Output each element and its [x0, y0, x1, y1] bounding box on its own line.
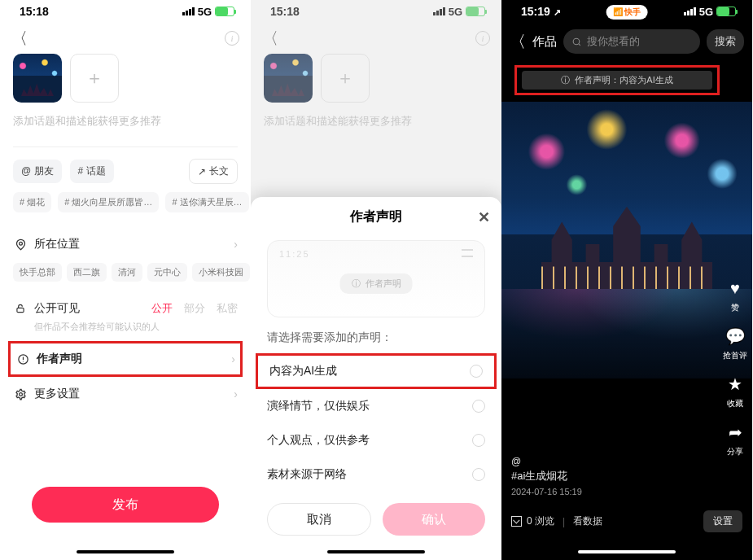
option-from-web[interactable]: 素材来源于网络 — [251, 457, 501, 492]
visibility-label: 公开可见 — [34, 301, 80, 316]
option-label: 素材来源于网络 — [267, 467, 347, 482]
back-icon[interactable]: 〈 — [510, 31, 526, 53]
media-thumbnail — [264, 54, 313, 103]
cancel-button[interactable]: 取消 — [267, 503, 371, 536]
comment-label: 抢首评 — [723, 350, 747, 361]
share-button[interactable]: ➦分享 — [724, 421, 746, 457]
menu-icon — [462, 249, 473, 257]
back-icon[interactable]: 〈 — [11, 28, 28, 50]
author-declaration-row[interactable]: 作者声明 › — [11, 343, 240, 374]
status-time: 15:19 — [521, 5, 550, 18]
svg-rect-1 — [17, 308, 24, 312]
option-personal-view[interactable]: 个人观点，仅供参考 — [251, 423, 501, 457]
like-label: 赞 — [731, 302, 739, 313]
location-icon — [13, 238, 28, 251]
info-dot-icon: ⓘ — [352, 278, 361, 290]
star-icon: ★ — [724, 373, 746, 396]
option-label: 内容为AI生成 — [269, 364, 337, 378]
illus-label: 作者声明 — [366, 278, 401, 290]
suggested-tag[interactable]: # 烟火向星辰所愿皆… — [58, 192, 159, 212]
publish-button[interactable]: 发布 — [32, 487, 219, 523]
battery-icon — [716, 7, 736, 16]
post-meta: @ #ai生成烟花 2024-07-16 15:19 — [511, 456, 582, 497]
comment-button[interactable]: 💬抢首评 — [723, 325, 747, 361]
like-button[interactable]: ♥赞 — [724, 277, 746, 313]
gear-icon — [13, 388, 28, 400]
post-image[interactable] — [501, 102, 752, 378]
location-suggestion[interactable]: 清河 — [112, 263, 142, 282]
suggested-tag[interactable]: # 送你满天星辰… — [165, 192, 248, 212]
search-input[interactable]: 搜你想看的 — [563, 29, 700, 54]
location-suggestion[interactable]: 快手总部 — [13, 263, 62, 282]
action-rail: ♥赞 💬抢首评 ★收藏 ➦分享 — [723, 277, 747, 457]
chevron-right-icon: › — [234, 387, 238, 400]
bottom-bar: 0 浏览 | 看数据 设置 — [501, 510, 752, 532]
home-indicator — [578, 550, 676, 553]
play-box-icon — [511, 516, 522, 527]
more-settings-row[interactable]: 更多设置 › — [0, 377, 251, 411]
lock-icon — [13, 303, 28, 314]
stats-button[interactable]: 看数据 — [573, 514, 602, 528]
search-button[interactable]: 搜索 — [707, 29, 744, 54]
svg-point-3 — [19, 392, 22, 396]
info-icon: ⓘ — [561, 74, 570, 86]
search-placeholder: 搜你想看的 — [587, 34, 640, 49]
kuaishou-badge: 📶 快手 — [606, 5, 648, 20]
status-bar: 15:18 5G — [0, 0, 251, 23]
panel-declaration-sheet: 15:18 5G 〈 i ＋ 添加话题和描述能获得更多推荐 作者声明 ✕ — [251, 0, 501, 560]
location-suggestion[interactable]: 元中心 — [147, 263, 187, 282]
comment-icon: 💬 — [724, 325, 746, 348]
chevron-right-icon: › — [234, 238, 238, 251]
info-icon[interactable]: i — [225, 31, 239, 46]
mention-chip[interactable]: @ 朋友 — [13, 160, 62, 183]
sheet-title: 作者声明 — [350, 208, 402, 225]
location-row[interactable]: 所在位置 › — [0, 227, 251, 261]
views-button[interactable]: 0 浏览 — [511, 514, 554, 528]
signal-icon — [182, 7, 195, 15]
author-at[interactable]: @ — [511, 456, 582, 467]
select-prompt: 请选择需要添加的声明： — [251, 330, 501, 353]
exclamation-icon — [15, 353, 30, 365]
search-icon — [571, 37, 582, 47]
home-indicator — [77, 550, 174, 553]
signal-icon — [433, 7, 445, 15]
post-timestamp: 2024-07-16 15:19 — [511, 487, 582, 497]
svg-point-0 — [19, 242, 22, 245]
separator: | — [563, 516, 565, 527]
option-ai-generated[interactable]: 内容为AI生成 — [256, 353, 497, 389]
views-label: 0 浏览 — [527, 514, 554, 528]
share-icon: ➦ — [724, 421, 746, 444]
panel-publish-editor: 15:18 5G 〈 i ＋ 添加话题和描述能获得更多推荐 @ 朋友 # 话题 … — [0, 0, 251, 560]
longtext-chip[interactable]: ↗长文 — [189, 159, 238, 184]
network-label: 5G — [699, 6, 713, 18]
visibility-sub: 但作品不会推荐给可能认识的人 — [0, 321, 251, 341]
radio-icon — [472, 434, 485, 447]
settings-button[interactable]: 设置 — [703, 510, 742, 532]
visibility-private[interactable]: 私密 — [217, 301, 238, 316]
author-declaration-label: 作者声明 — [37, 352, 82, 366]
post-hashtag[interactable]: #ai生成烟花 — [511, 469, 582, 483]
divider — [13, 147, 238, 147]
option-drama[interactable]: 演绎情节，仅供娱乐 — [251, 389, 501, 423]
media-thumbnail[interactable] — [13, 54, 62, 103]
visibility-public[interactable]: 公开 — [151, 301, 173, 316]
location-suggestion[interactable]: 小米科技园 — [192, 263, 250, 282]
confirm-button[interactable]: 确认 — [383, 503, 485, 536]
signal-icon — [684, 7, 696, 15]
favorite-button[interactable]: ★收藏 — [724, 373, 746, 409]
network-label: 5G — [449, 6, 462, 18]
suggested-tag[interactable]: # 烟花 — [13, 192, 51, 212]
radio-icon — [472, 468, 485, 481]
description-hint[interactable]: 添加话题和描述能获得更多推荐 — [0, 103, 251, 147]
option-label: 个人观点，仅供参考 — [267, 433, 370, 448]
close-icon[interactable]: ✕ — [478, 208, 490, 226]
visibility-partial[interactable]: 部分 — [184, 301, 205, 316]
topic-chip[interactable]: # 话题 — [70, 160, 114, 183]
highlight-ai-banner: ⓘ 作者声明：内容为AI生成 — [514, 65, 720, 95]
home-indicator — [327, 550, 425, 553]
location-suggestion[interactable]: 西二旗 — [67, 263, 107, 282]
status-time: 15:18 — [270, 5, 300, 18]
add-media-button[interactable]: ＋ — [70, 54, 119, 103]
chevron-right-icon: › — [231, 352, 235, 365]
heart-icon: ♥ — [724, 277, 746, 300]
